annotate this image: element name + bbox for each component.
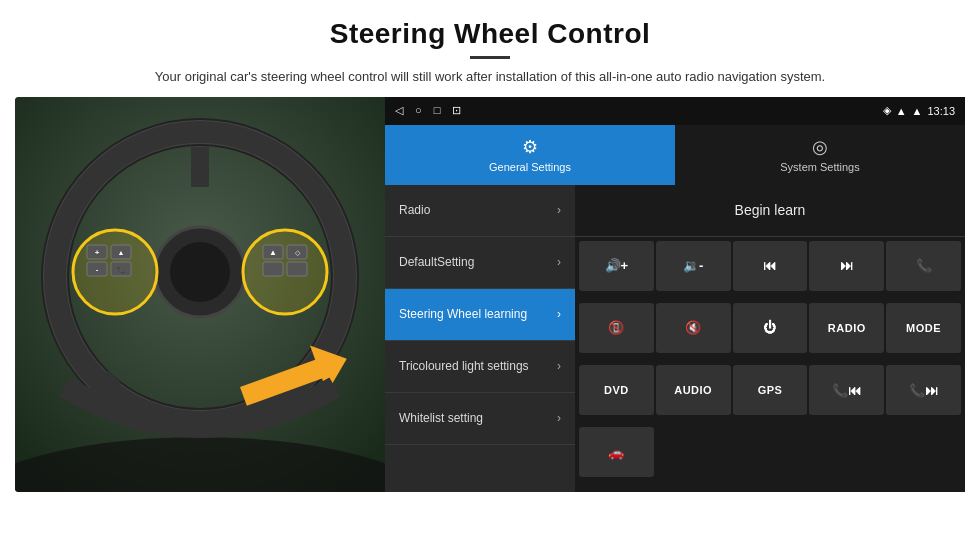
svg-text:▲: ▲ (118, 249, 125, 256)
svg-point-19 (243, 230, 327, 314)
next-track-button[interactable]: ⏭ (809, 241, 884, 291)
menu-item-steering-wheel[interactable]: Steering Wheel learning › (385, 289, 575, 341)
tab-bar: ⚙ General Settings ◎ System Settings (385, 125, 965, 185)
chevron-right-icon: › (557, 255, 561, 269)
audio-button[interactable]: AUDIO (656, 365, 731, 415)
phone-next-button[interactable]: 📞⏭ (886, 365, 961, 415)
power-icon: ⏻ (763, 320, 776, 335)
phone-answer-icon: 📞 (916, 258, 932, 273)
nav-home[interactable]: ○ (415, 104, 422, 117)
audio-label: AUDIO (674, 384, 712, 396)
svg-rect-24 (263, 262, 283, 276)
menu-item-radio[interactable]: Radio › (385, 185, 575, 237)
dvd-button[interactable]: DVD (579, 365, 654, 415)
menu-item-default-setting[interactable]: DefaultSetting › (385, 237, 575, 289)
chevron-right-icon: › (557, 359, 561, 373)
tab-system-settings[interactable]: ◎ System Settings (675, 125, 965, 185)
wifi-icon: ▲ (896, 105, 907, 117)
power-button[interactable]: ⏻ (733, 303, 808, 353)
begin-learn-row: Begin learn (575, 185, 965, 237)
tab-general-settings[interactable]: ⚙ General Settings (385, 125, 675, 185)
svg-text:-: - (96, 265, 99, 274)
next-track-icon: ⏭ (840, 258, 853, 273)
radio-button[interactable]: RADIO (809, 303, 884, 353)
phone-end-button[interactable]: 📵 (579, 303, 654, 353)
menu-radio-label: Radio (399, 203, 430, 217)
nav-cast[interactable]: ⊡ (452, 104, 461, 117)
phone-prev-button[interactable]: 📞⏮ (809, 365, 884, 415)
page-wrapper: Steering Wheel Control Your original car… (0, 0, 980, 492)
mode-button[interactable]: MODE (886, 303, 961, 353)
nav-recent[interactable]: □ (434, 104, 441, 117)
mode-label: MODE (906, 322, 941, 334)
parking-button[interactable]: 🚗 (579, 427, 654, 477)
steering-wheel-image: + ▲ - 📞 ▲ ◇ (15, 97, 385, 492)
control-panel: Begin learn 🔊+ 🔉- ⏮ (575, 185, 965, 492)
svg-text:+: + (95, 248, 100, 257)
vol-down-icon: 🔉- (683, 258, 703, 273)
tab-general-label: General Settings (489, 161, 571, 173)
android-panel: ◁ ○ □ ⊡ ◈ ▲ ▲ 13:13 ⚙ General Settings (385, 97, 965, 492)
menu-item-whitelist[interactable]: Whitelist setting › (385, 393, 575, 445)
svg-text:▲: ▲ (269, 248, 277, 257)
gps-label: GPS (758, 384, 783, 396)
begin-learn-button[interactable]: Begin learn (735, 202, 806, 218)
menu-whitelist-label: Whitelist setting (399, 411, 483, 425)
svg-rect-25 (287, 262, 307, 276)
control-button-grid: 🔊+ 🔉- ⏮ ⏭ 📞 (575, 237, 965, 492)
signal-icon: ▲ (912, 105, 923, 117)
menu-item-tricoloured[interactable]: Tricoloured light settings › (385, 341, 575, 393)
chevron-right-icon: › (557, 203, 561, 217)
mute-icon: 🔇 (685, 320, 701, 335)
phone-answer-button[interactable]: 📞 (886, 241, 961, 291)
dvd-label: DVD (604, 384, 629, 396)
main-content: + ▲ - 📞 ▲ ◇ (15, 97, 965, 492)
menu-tricoloured-label: Tricoloured light settings (399, 359, 529, 373)
menu-default-label: DefaultSetting (399, 255, 474, 269)
header: Steering Wheel Control Your original car… (0, 0, 980, 97)
general-settings-icon: ⚙ (522, 136, 538, 158)
page-title: Steering Wheel Control (40, 18, 940, 50)
status-indicators: ◈ ▲ ▲ 13:13 (883, 104, 955, 117)
vol-up-icon: 🔊+ (605, 258, 629, 273)
phone-end-icon: 📵 (608, 320, 624, 335)
system-settings-icon: ◎ (812, 136, 828, 158)
tab-system-label: System Settings (780, 161, 859, 173)
nav-back[interactable]: ◁ (395, 104, 403, 117)
vol-down-button[interactable]: 🔉- (656, 241, 731, 291)
mute-button[interactable]: 🔇 (656, 303, 731, 353)
nav-buttons: ◁ ○ □ ⊡ (395, 104, 461, 117)
svg-text:📞: 📞 (117, 265, 126, 274)
clock: 13:13 (927, 105, 955, 117)
parking-icon: 🚗 (608, 445, 624, 460)
menu-steering-label: Steering Wheel learning (399, 307, 527, 321)
radio-label: RADIO (828, 322, 866, 334)
chevron-right-icon: › (557, 411, 561, 425)
location-icon: ◈ (883, 104, 891, 117)
header-divider (470, 56, 510, 59)
phone-prev-icon: 📞⏮ (832, 383, 861, 398)
prev-track-button[interactable]: ⏮ (733, 241, 808, 291)
vol-up-button[interactable]: 🔊+ (579, 241, 654, 291)
gps-button[interactable]: GPS (733, 365, 808, 415)
chevron-right-icon: › (557, 307, 561, 321)
svg-point-9 (170, 242, 230, 302)
content-area: Radio › DefaultSetting › Steering Wheel … (385, 185, 965, 492)
prev-track-icon: ⏮ (763, 258, 776, 273)
status-bar: ◁ ○ □ ⊡ ◈ ▲ ▲ 13:13 (385, 97, 965, 125)
menu-list: Radio › DefaultSetting › Steering Wheel … (385, 185, 575, 492)
header-description: Your original car's steering wheel contr… (140, 67, 840, 87)
phone-next-icon: 📞⏭ (909, 383, 938, 398)
